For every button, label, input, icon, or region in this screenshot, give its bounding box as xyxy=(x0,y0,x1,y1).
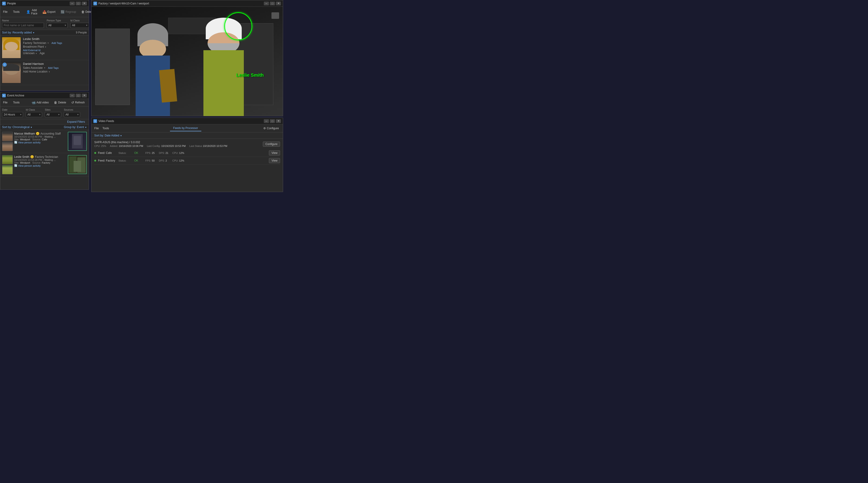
person-type-select[interactable]: All xyxy=(47,23,68,28)
vf-group-header: SAFR-ASUS (this machine) / 3.0.032 CPU: … xyxy=(94,141,280,147)
vf-close-btn[interactable]: ✕ xyxy=(276,119,281,123)
leslie-age-chevron[interactable]: ▾ xyxy=(36,52,37,55)
event-delete-btn[interactable]: 🗑 Delete xyxy=(52,100,68,106)
leslie-event-site: Site: Westport Source: Factory xyxy=(14,161,66,164)
vf-maximize-btn[interactable]: □ xyxy=(270,119,275,123)
leslie-location-chevron[interactable]: ▾ xyxy=(45,46,46,48)
event-sort-value[interactable]: Chronological xyxy=(12,125,30,129)
camera-window-controls: ─ □ ✕ xyxy=(264,2,281,5)
vf-factory-dps-label: DPS: 2 xyxy=(159,159,170,162)
marcus-type: Accounting Staff xyxy=(40,132,61,135)
event-menu-tools[interactable]: Tools xyxy=(12,101,21,105)
sites-select[interactable]: All xyxy=(45,112,61,117)
vf-factory-status: OK xyxy=(134,159,144,162)
vf-menu-tools[interactable]: Tools xyxy=(101,126,110,131)
add-face-icon: 👤 xyxy=(26,10,30,14)
vf-minimize-btn[interactable]: ─ xyxy=(264,119,269,123)
event-row-marcus[interactable]: Marcus Wellham 😐 Accounting Staff 10/19/… xyxy=(0,130,89,153)
people-minimize-btn[interactable]: ─ xyxy=(70,2,75,5)
marcus-emoji: 😐 xyxy=(36,132,39,135)
daniel-type-chevron[interactable]: ▾ xyxy=(44,67,45,69)
people-menu-tools[interactable]: Tools xyxy=(12,10,21,14)
event-archive-window: E Event Archive ─ □ ✕ File Tools 📹 Add v… xyxy=(0,92,89,190)
export-btn[interactable]: 📤 Export xyxy=(40,7,58,16)
event-id-class-select[interactable]: All xyxy=(26,112,42,117)
vf-sort-label: Sort by: Date Added ▼ xyxy=(94,134,122,137)
marcus-activity-icon: 🔄 xyxy=(14,141,18,144)
marcus-activity-row: 🔄 View person activity xyxy=(14,141,66,144)
people-menu-file[interactable]: File xyxy=(2,10,8,14)
videofeeds-window: V Video Feeds ─ □ ✕ File Tools Feeds by … xyxy=(91,118,283,192)
camera-maximize-btn[interactable]: □ xyxy=(270,2,275,5)
vf-cafe-view-btn[interactable]: View xyxy=(269,150,280,155)
people-window-controls: ─ □ ✕ xyxy=(70,2,87,5)
event-sort-chevron[interactable]: ▼ xyxy=(30,126,32,129)
vf-group-configure-btn[interactable]: Configure xyxy=(263,142,280,147)
vf-sort-chevron[interactable]: ▼ xyxy=(120,135,122,137)
daniel-location-chevron[interactable]: ▾ xyxy=(49,70,50,73)
vf-configure-toolbar-btn[interactable]: ⚙ Configure xyxy=(261,125,281,131)
vf-sort-bar: Sort by: Date Added ▼ xyxy=(92,133,283,139)
surveillance-camera xyxy=(272,12,279,19)
vf-factory-status-dot xyxy=(94,160,96,162)
person-row-daniel[interactable]: ✓ Daniel Harrison Sales Associate ▾ Add … xyxy=(0,60,89,85)
worker-left xyxy=(133,23,172,116)
people-sort-value[interactable]: Recently added xyxy=(12,31,32,34)
sources-filter-group: Sources All xyxy=(64,108,80,117)
marcus-activity-link[interactable]: View person activity xyxy=(18,141,41,144)
event-close-btn[interactable]: ✕ xyxy=(82,94,87,97)
leslie-external-id[interactable]: Add External Id xyxy=(23,49,87,52)
event-groupby-chevron[interactable]: ▼ xyxy=(85,126,87,129)
event-maximize-btn[interactable]: □ xyxy=(76,94,81,97)
vf-factory-status-label: Status: xyxy=(118,159,132,162)
camera-close-btn[interactable]: ✕ xyxy=(276,2,281,5)
people-close-btn[interactable]: ✕ xyxy=(82,2,87,5)
machine-left xyxy=(95,29,130,105)
leslie-add-tags[interactable]: Add Tags xyxy=(52,41,62,45)
marcus-thumbs xyxy=(2,132,13,151)
add-face-btn[interactable]: 👤 Add Face xyxy=(24,7,39,16)
leslie-event-activity-link[interactable]: View person activity xyxy=(18,164,41,167)
event-sort-bar: Sort by: Chronological ▼ Group by: Event… xyxy=(0,124,89,130)
event-menu-file[interactable]: File xyxy=(2,101,8,105)
event-groupby-value[interactable]: Event xyxy=(77,125,84,129)
date-select[interactable]: 24 Hours xyxy=(2,112,23,117)
leslie-type-chevron[interactable]: ▾ xyxy=(48,42,49,44)
factory-scene: Leslie Smith xyxy=(92,7,283,116)
camera-titlebar: F Factory / westport-Win10-Cam / westpor… xyxy=(92,0,283,7)
person-row-leslie[interactable]: Leslie Smith Factory Technician ▾ Add Ta… xyxy=(0,35,89,60)
leslie-event-name: Leslie Smith xyxy=(14,155,29,159)
sites-filter-group: Sites All xyxy=(45,108,61,117)
camera-minimize-btn[interactable]: ─ xyxy=(264,2,269,5)
add-video-btn[interactable]: 📹 Add video xyxy=(30,100,51,106)
vf-added-label: Added: 10/16/2020 10:06 PM xyxy=(110,145,143,147)
id-class-select[interactable]: All xyxy=(70,23,89,28)
leslie-event-status: - Waiting ... xyxy=(43,159,56,161)
name-filter-input[interactable] xyxy=(2,23,44,28)
vf-cafe-status: OK xyxy=(134,151,144,154)
daniel-add-tags[interactable]: Add Tags xyxy=(48,66,59,69)
vf-cafe-dps-value: 21 xyxy=(165,151,168,154)
vf-feed-group: SAFR-ASUS (this machine) / 3.0.032 CPU: … xyxy=(92,139,283,166)
leslie-event-thumbs xyxy=(2,155,13,174)
people-maximize-btn[interactable]: □ xyxy=(76,2,81,5)
people-window-title: People xyxy=(7,2,70,5)
vf-factory-cpu-label: CPU: 12% xyxy=(172,159,184,162)
leslie-thumb-1 xyxy=(2,155,13,164)
vf-factory-view-btn[interactable]: View xyxy=(269,158,280,163)
vf-menu-file[interactable]: File xyxy=(93,126,100,131)
sources-select[interactable]: All xyxy=(64,112,80,117)
regroup-btn[interactable]: 🔄 Regroup xyxy=(59,7,78,16)
vf-cafe-name: Feed: Cafe xyxy=(98,151,117,154)
marcus-snap-visual xyxy=(68,132,86,150)
event-row-leslie[interactable]: Leslie Smith 😐 Factory Technician 10/19/… xyxy=(0,153,89,176)
event-id-class-filter-group: Id Class All xyxy=(26,108,42,117)
event-refresh-btn[interactable]: ↺ Refresh xyxy=(69,100,87,106)
expand-filters-btn[interactable]: Expand Filters xyxy=(65,120,87,124)
people-sort-chevron[interactable]: ▼ xyxy=(32,32,35,34)
event-minimize-btn[interactable]: ─ xyxy=(70,94,75,97)
vf-tab-feeds-by-processor[interactable]: Feeds by Processor xyxy=(170,125,201,131)
vf-sort-value[interactable]: Date Added xyxy=(105,134,119,137)
date-filter-group: Date 24 Hours xyxy=(2,108,23,117)
clipboard xyxy=(159,69,177,103)
